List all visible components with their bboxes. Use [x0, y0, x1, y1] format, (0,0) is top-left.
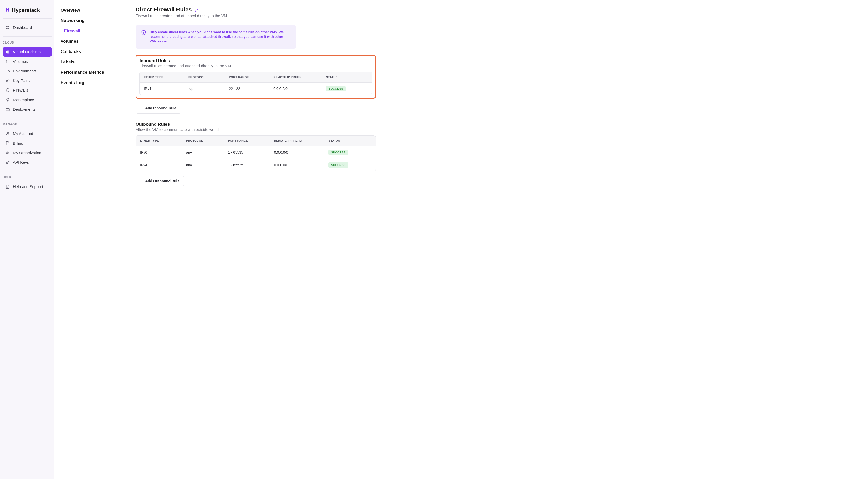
cell-prefix: 0.0.0.0/0 [270, 147, 324, 158]
svg-point-12 [6, 162, 8, 163]
sidebar-item-label: Marketplace [13, 97, 34, 102]
cell-protocol: any [182, 159, 224, 171]
footer-divider [135, 207, 376, 207]
inbound-subtitle: Firewall rules created and attached dire… [140, 64, 372, 68]
subnav-item-events-log[interactable]: Events Log [61, 77, 123, 88]
cell-prefix: 0.0.0.0/0 [269, 83, 322, 94]
subnav-item-volumes[interactable]: Volumes [61, 36, 123, 46]
more-vertical-icon [370, 163, 371, 167]
cell-port: 22 - 22 [225, 83, 269, 94]
add-outbound-label: Add Outbound Rule [145, 179, 179, 183]
sidebar-item-label: Deployments [13, 107, 36, 111]
col-prefix: REMOTE IP PREFIX [269, 72, 322, 82]
svg-rect-1 [8, 26, 9, 27]
row-menu-button[interactable] [366, 159, 375, 171]
sidebar-item-label: My Organization [13, 151, 41, 155]
add-inbound-button[interactable]: Add Inbound Rule [135, 103, 181, 114]
sidebar-item-billing[interactable]: Billing [3, 138, 52, 148]
shield-warning-icon [141, 30, 147, 35]
cell-ether: IPv6 [136, 147, 182, 158]
sidebar-item-label: Billing [13, 141, 23, 146]
subnav-item-overview[interactable]: Overview [61, 5, 123, 15]
svg-rect-5 [7, 52, 8, 53]
sidebar-item-label: My Account [13, 131, 33, 136]
sidebar-item-api-keys[interactable]: API Keys [3, 158, 52, 167]
sidebar-item-my-account[interactable]: My Account [3, 129, 52, 138]
col-ether: ETHER TYPE [140, 72, 184, 82]
subnav: OverviewNetworkingFirewallVolumesCallbac… [54, 0, 129, 479]
page-subtitle: Firewall rules created and attached dire… [135, 13, 376, 18]
help-icon[interactable]: ? [193, 7, 198, 12]
cpu-icon [6, 50, 10, 54]
add-outbound-button[interactable]: Add Outbound Rule [135, 175, 184, 187]
sidebar-item-label: Dashboard [13, 25, 32, 30]
inbound-section: Inbound Rules Firewall rules created and… [135, 55, 376, 99]
brand-logo-icon [5, 7, 10, 13]
warning-box: Only create direct rules when you don't … [135, 25, 296, 49]
status-badge: SUCCESS [329, 150, 348, 155]
table-row: IPv4tcp22 - 220.0.0.0/0SUCCESS [140, 82, 372, 95]
briefcase-icon [6, 107, 10, 111]
sidebar-item-label: API Keys [13, 160, 29, 164]
subnav-item-callbacks[interactable]: Callbacks [61, 46, 123, 57]
sidebar-item-firewalls[interactable]: Firewalls [3, 85, 52, 95]
subnav-item-firewall[interactable]: Firewall [61, 26, 123, 36]
table-header: ETHER TYPE PROTOCOL PORT RANGE REMOTE IP… [136, 135, 375, 146]
sidebar-item-environments[interactable]: Environments [3, 66, 52, 76]
main-content: Direct Firewall Rules ? Firewall rules c… [129, 0, 388, 479]
sidebar-item-deployments[interactable]: Deployments [3, 104, 52, 114]
cell-protocol: tcp [184, 83, 225, 94]
col-status: STATUS [324, 135, 366, 146]
cell-protocol: any [182, 147, 224, 158]
sidebar-item-key-pairs[interactable]: Key Pairs [3, 76, 52, 85]
sidebar-item-dashboard[interactable]: Dashboard [3, 23, 52, 32]
cell-status: SUCCESS [324, 159, 366, 171]
svg-point-17 [367, 88, 367, 89]
col-prefix: REMOTE IP PREFIX [270, 135, 324, 146]
svg-point-9 [7, 132, 8, 133]
doc-icon [6, 185, 10, 189]
outbound-table: ETHER TYPE PROTOCOL PORT RANGE REMOTE IP… [135, 135, 376, 171]
bulb-icon [6, 98, 10, 102]
svg-point-10 [7, 152, 8, 153]
svg-rect-0 [6, 26, 7, 27]
sidebar-item-label: Firewalls [13, 88, 28, 92]
page-title: Direct Firewall Rules [135, 6, 191, 13]
svg-rect-2 [6, 28, 7, 29]
more-vertical-icon [367, 87, 368, 91]
row-menu-button[interactable] [362, 83, 372, 94]
svg-point-16 [144, 33, 144, 34]
sidebar-item-my-organization[interactable]: My Organization [3, 148, 52, 158]
cell-status: SUCCESS [322, 83, 362, 95]
cloud-icon [6, 69, 10, 73]
outbound-subtitle: Allow the VM to communicate with outside… [135, 127, 376, 132]
dashboard-icon [6, 26, 10, 30]
sidebar-item-label: Volumes [13, 59, 28, 64]
users-icon [6, 151, 10, 155]
add-inbound-label: Add Inbound Rule [145, 106, 177, 110]
cell-ether: IPv4 [136, 159, 182, 171]
subnav-item-performance-metrics[interactable]: Performance Metrics [61, 67, 123, 77]
row-menu-button[interactable] [366, 147, 375, 158]
svg-rect-3 [8, 28, 9, 29]
subnav-item-networking[interactable]: Networking [61, 15, 123, 26]
inbound-table: ETHER TYPE PROTOCOL PORT RANGE REMOTE IP… [140, 72, 372, 95]
sidebar-item-help-and-support[interactable]: Help and Support [3, 182, 52, 191]
status-badge: SUCCESS [329, 162, 348, 168]
subnav-item-labels[interactable]: Labels [61, 57, 123, 67]
plus-icon [141, 180, 144, 183]
cell-ether: IPv4 [140, 83, 184, 94]
cell-prefix: 0.0.0.0/0 [270, 159, 324, 171]
sidebar: Hyperstack Dashboard CLOUDVirtual Machin… [0, 0, 54, 479]
sidebar-item-volumes[interactable]: Volumes [3, 57, 52, 66]
nav-group-header: CLOUD [3, 41, 52, 47]
sidebar-item-marketplace[interactable]: Marketplace [3, 95, 52, 104]
warning-text: Only create direct rules when you don't … [150, 30, 291, 44]
more-vertical-icon [370, 150, 371, 154]
cell-port: 1 - 65535 [224, 147, 270, 158]
sidebar-item-virtual-machines[interactable]: Virtual Machines [3, 47, 52, 57]
svg-point-19 [367, 89, 367, 89]
outbound-title: Outbound Rules [135, 122, 376, 127]
table-row: IPv6any1 - 655350.0.0.0/0SUCCESS [136, 146, 375, 159]
key-icon [6, 78, 10, 83]
